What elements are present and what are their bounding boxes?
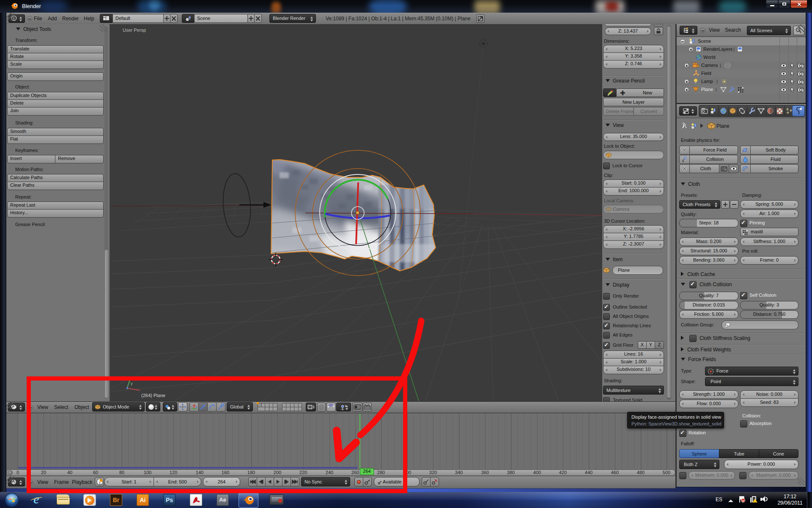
svg-text:User Persp: User Persp bbox=[123, 28, 146, 33]
